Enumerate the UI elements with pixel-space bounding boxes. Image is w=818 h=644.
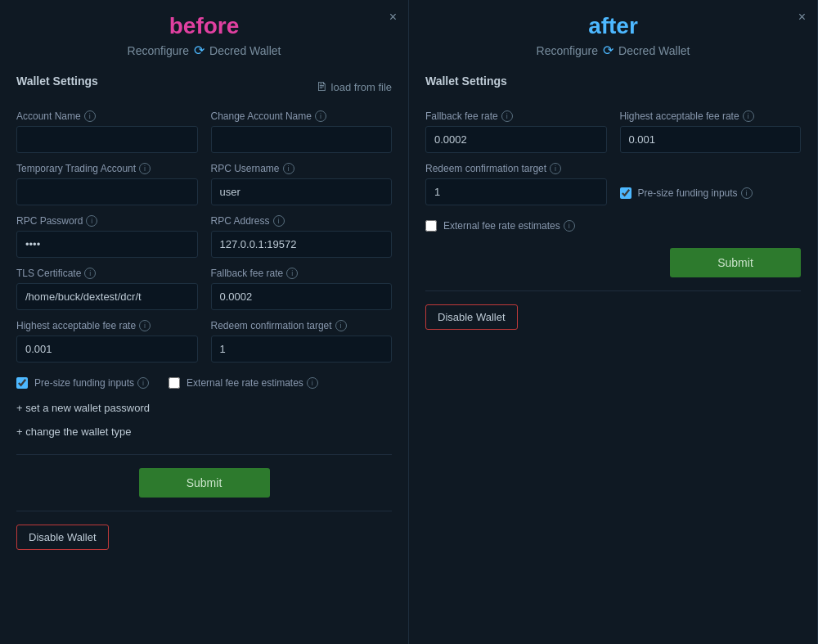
change-wallet-type-button[interactable]: + change the wallet type (16, 422, 392, 441)
account-name-info-icon[interactable]: i (84, 110, 96, 122)
load-from-button[interactable]: 🖹 load from file (316, 80, 392, 93)
rpc-username-input[interactable] (211, 178, 393, 205)
before-section-title: Wallet Settings (16, 74, 98, 88)
change-account-name-label: Change Account Name i (211, 110, 393, 122)
before-links-row: + set a new wallet password + change the… (16, 399, 392, 441)
before-header: × before Reconfigure ⟳ Decred Wallet (16, 13, 392, 58)
after-highest-fee-rate-info-icon[interactable]: i (743, 110, 754, 122)
after-redeem-confirmation-group: Redeem confirmation target i (425, 163, 607, 205)
before-subtitle-suffix: Decred Wallet (209, 44, 281, 57)
redeem-confirmation-target-info-icon[interactable]: i (335, 320, 347, 331)
after-redeem-confirmation-input[interactable] (425, 178, 607, 205)
before-checkboxes-row: Pre-size funding inputs i External fee r… (16, 374, 392, 392)
temporary-trading-account-info-icon[interactable]: i (139, 163, 151, 174)
temporary-trading-account-label: Temporary Trading Account i (16, 163, 198, 174)
reconfigure-icon: ⟳ (194, 43, 204, 58)
after-redeem-confirmation-info-icon[interactable]: i (550, 163, 561, 174)
file-icon: 🖹 (316, 80, 327, 93)
after-reconfigure-icon: ⟳ (603, 43, 614, 58)
before-disable-wallet-button[interactable]: Disable Wallet (16, 525, 109, 550)
external-fee-rate-label[interactable]: External fee rate estimates i (187, 377, 318, 389)
after-submit-row: Submit (425, 248, 801, 277)
pre-size-funding-info-icon[interactable]: i (137, 377, 149, 389)
tls-certificate-info-icon[interactable]: i (84, 268, 96, 279)
pre-size-funding-group: Pre-size funding inputs i (16, 374, 149, 392)
change-account-name-input[interactable] (211, 126, 393, 153)
before-close-button[interactable]: × (389, 10, 397, 25)
after-submit-button[interactable]: Submit (670, 248, 801, 277)
after-header: × after Reconfigure ⟳ Decred Wallet (425, 13, 801, 58)
account-name-group: Account Name i (16, 110, 198, 153)
highest-fee-rate-info-icon[interactable]: i (139, 320, 151, 331)
redeem-confirmation-target-input[interactable] (211, 336, 393, 363)
rpc-username-info-icon[interactable]: i (283, 163, 294, 174)
rpc-password-group: RPC Password i (16, 215, 198, 258)
fallback-fee-rate-input[interactable] (211, 283, 393, 310)
rpc-password-info-icon[interactable]: i (86, 215, 97, 227)
after-fallback-fee-rate-info-icon[interactable]: i (501, 110, 513, 122)
after-disable-row: Disable Wallet (425, 304, 801, 330)
load-from-label: load from file (331, 81, 392, 93)
after-disable-wallet-button[interactable]: Disable Wallet (425, 304, 518, 330)
highest-fee-rate-input[interactable] (16, 336, 198, 363)
before-panel: × before Reconfigure ⟳ Decred Wallet Wal… (0, 0, 409, 644)
before-submit-button[interactable]: Submit (139, 468, 270, 498)
after-external-fee-group: External fee rate estimates i (425, 217, 801, 235)
after-highest-fee-rate-input[interactable] (620, 126, 802, 153)
change-account-name-info-icon[interactable]: i (315, 110, 326, 122)
after-section-title: Wallet Settings (425, 74, 507, 88)
after-external-fee-rate-group: External fee rate estimates i (425, 217, 801, 235)
after-panel: × after Reconfigure ⟳ Decred Wallet Wall… (409, 0, 818, 644)
change-account-name-group: Change Account Name i (211, 110, 393, 153)
external-fee-rate-info-icon[interactable]: i (307, 377, 318, 389)
after-pre-size-funding-group: Pre-size funding inputs i (620, 184, 753, 202)
external-fee-rate-checkbox[interactable] (169, 377, 180, 389)
after-divider (425, 290, 801, 291)
after-subtitle-suffix: Decred Wallet (618, 44, 690, 57)
new-wallet-password-button[interactable]: + set a new wallet password (16, 399, 392, 417)
after-redeem-confirmation-label: Redeem confirmation target i (425, 163, 607, 174)
redeem-confirmation-target-label: Redeem confirmation target i (211, 320, 393, 331)
pre-size-funding-label[interactable]: Pre-size funding inputs i (34, 377, 149, 389)
after-subtitle: Reconfigure ⟳ Decred Wallet (425, 43, 801, 58)
highest-fee-rate-group: Highest acceptable fee rate i (16, 320, 198, 363)
rpc-password-input[interactable] (16, 231, 198, 258)
fallback-fee-rate-group: Fallback fee rate i (211, 268, 393, 310)
before-subtitle-prefix: Reconfigure (128, 44, 190, 57)
after-subtitle-prefix: Reconfigure (537, 44, 599, 57)
tls-certificate-label: TLS Certificate i (16, 268, 198, 279)
after-external-fee-rate-label[interactable]: External fee rate estimates i (443, 220, 575, 232)
account-name-input[interactable] (16, 126, 198, 153)
before-form-grid: Account Name i Change Account Name i Tem… (16, 110, 392, 363)
after-highest-fee-rate-label: Highest acceptable fee rate i (620, 110, 802, 122)
before-bottom-divider (16, 511, 392, 511)
redeem-confirmation-target-group: Redeem confirmation target i (211, 320, 393, 363)
pre-size-funding-checkbox[interactable] (16, 377, 28, 389)
after-fallback-fee-rate-input[interactable] (425, 126, 607, 153)
after-external-fee-rate-info-icon[interactable]: i (564, 220, 575, 232)
after-pre-size-info-icon[interactable]: i (741, 187, 753, 199)
tls-certificate-input[interactable] (16, 283, 198, 310)
rpc-address-input[interactable] (211, 231, 393, 258)
after-pre-size-funding-label[interactable]: Pre-size funding inputs i (638, 187, 753, 199)
temporary-trading-account-input[interactable] (16, 178, 198, 205)
fallback-fee-rate-label: Fallback fee rate i (211, 268, 393, 279)
after-settings-header: Wallet Settings (425, 74, 801, 99)
after-close-button[interactable]: × (798, 10, 806, 25)
before-submit-row: Submit (16, 468, 392, 498)
account-name-label: Account Name i (16, 110, 198, 122)
highest-fee-rate-label: Highest acceptable fee rate i (16, 320, 198, 331)
rpc-username-label: RPC Username i (211, 163, 393, 174)
after-pre-size-funding-checkbox[interactable] (620, 187, 631, 199)
fallback-fee-rate-info-icon[interactable]: i (286, 268, 298, 279)
after-form-grid: Fallback fee rate i Highest acceptable f… (425, 110, 801, 205)
after-external-fee-rate-checkbox[interactable] (425, 220, 437, 232)
rpc-address-info-icon[interactable]: i (273, 215, 285, 227)
before-divider (16, 454, 392, 455)
rpc-address-label: RPC Address i (211, 215, 393, 227)
tls-certificate-group: TLS Certificate i (16, 268, 198, 310)
temporary-trading-account-group: Temporary Trading Account i (16, 163, 198, 205)
before-title: before (16, 13, 392, 39)
rpc-username-group: RPC Username i (211, 163, 393, 205)
after-title: after (425, 13, 801, 39)
